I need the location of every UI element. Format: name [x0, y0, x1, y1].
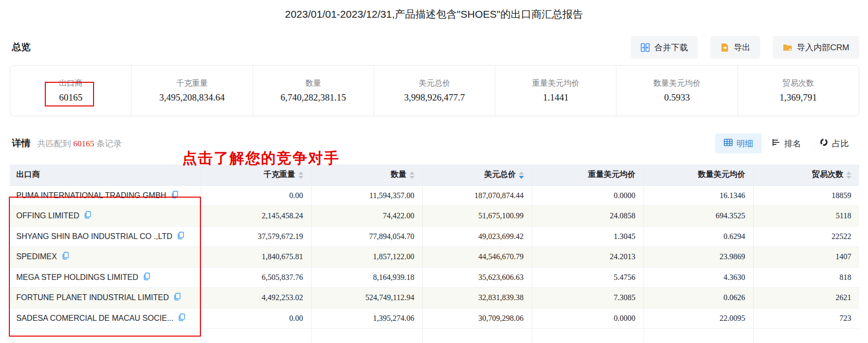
- table-row: FORTUNE PLANET INDUSTRIAL LIMITED 4,492,…: [10, 288, 859, 309]
- cell-quantity: 74,422.00: [311, 206, 422, 227]
- stat-label: 重量美元均价: [532, 78, 579, 89]
- copy-icon[interactable]: [178, 313, 185, 323]
- stat-label: 数量: [305, 78, 321, 89]
- cell-quantity: 1,395,274.06: [311, 308, 422, 329]
- exporter-name-link[interactable]: SADESA COMERCIAL DE MACAU SOCIE...: [16, 314, 173, 322]
- cell-kg-weight: 37,579,672.19: [201, 226, 311, 247]
- table-row-partial: [10, 329, 859, 343]
- details-bar: 详情 共匹配到 60165 条记录 明细: [12, 132, 857, 155]
- merge-download-button[interactable]: 合并下载: [631, 36, 698, 59]
- col-header-usd-total[interactable]: 美元总价: [422, 165, 532, 185]
- overview-bar: 总览 合并下载: [12, 35, 859, 59]
- stat-value: 3,998,926,477.7: [404, 92, 465, 103]
- stat-value: 1.1441: [543, 92, 569, 103]
- copy-icon[interactable]: [143, 273, 150, 282]
- tab-ranking-view[interactable]: 排名: [764, 134, 809, 153]
- col-label: 千克重量: [264, 170, 295, 178]
- col-header-trade-count[interactable]: 贸易次数: [753, 165, 859, 185]
- tab-detail-view[interactable]: 明细: [715, 134, 762, 153]
- table-grid-icon: [724, 138, 733, 149]
- cell-kg-weight: 0.00: [201, 308, 311, 329]
- stat-value: 1,369,791: [779, 92, 817, 103]
- copy-icon[interactable]: [84, 211, 91, 221]
- stat-label: 美元总价: [418, 78, 450, 89]
- page-title: 2023/01/01-2023/12/31,产品描述包含"SHOES"的出口商汇…: [0, 0, 868, 22]
- stat-kg-weight: 千克重量 3,495,208,834.64: [131, 66, 252, 116]
- details-heading: 详情: [12, 137, 31, 150]
- table-row: OFFING LIMITED 2,145,458.24 74,422.00 51…: [10, 206, 859, 227]
- tab-share-view[interactable]: 占比: [811, 134, 857, 153]
- stat-usd-total: 美元总价 3,998,926,477.7: [374, 66, 495, 116]
- exporter-name-link[interactable]: FORTUNE PLANET INDUSTRIAL LIMITED: [16, 293, 169, 302]
- cell-trade-count: 18859: [753, 185, 859, 206]
- stat-value: 0.5933: [664, 92, 690, 103]
- col-header-kg-weight[interactable]: 千克重量: [201, 165, 311, 185]
- export-icon: [720, 43, 729, 52]
- copy-icon[interactable]: [177, 232, 184, 241]
- copy-icon[interactable]: [173, 293, 181, 303]
- stat-value: 6,740,282,381.15: [281, 92, 346, 103]
- cell-quantity: 8,164,939.18: [311, 267, 422, 288]
- stat-exporters: 出口商 60165: [10, 66, 131, 116]
- stat-quantity: 数量 6,740,282,381.15: [253, 66, 374, 116]
- table-row: MEGA STEP HOLDINGS LIMITED 6,505,837.76 …: [10, 267, 859, 288]
- cell-trade-count: 818: [753, 267, 859, 288]
- cell-trade-count: 2621: [753, 288, 859, 309]
- merge-download-icon: [641, 43, 650, 52]
- sort-control[interactable]: [410, 172, 415, 179]
- match-count: 60165: [73, 139, 95, 148]
- tab-ranking-label: 排名: [784, 138, 801, 149]
- sort-control[interactable]: [846, 172, 851, 179]
- cell-usd-total: 44,546,670.79: [422, 247, 532, 268]
- cell-quantity: 11,594,357.00: [311, 185, 422, 206]
- pie-chart-icon: [820, 138, 828, 149]
- cell-usd-per-quantity: 0.0626: [643, 288, 753, 309]
- cell-kg-weight: 0.00: [201, 185, 311, 206]
- import-crm-button[interactable]: 导入内部CRM: [773, 36, 859, 59]
- col-header-usd-per-quantity: 数量美元均价: [643, 165, 753, 185]
- cell-kg-weight: 1,840,675.81: [201, 247, 311, 268]
- overview-heading: 总览: [12, 41, 31, 54]
- stat-value: 3,495,208,834.64: [159, 92, 225, 103]
- exporter-name-link[interactable]: SPEDIMEX: [16, 252, 57, 261]
- table-row: SHYANG SHIN BAO INDUSTRIAL CO .,LTD 37,5…: [10, 226, 859, 247]
- ranking-chart-icon: [772, 138, 780, 149]
- cell-usd-total: 30,709,298.06: [422, 308, 532, 329]
- import-crm-icon: [783, 43, 792, 52]
- stat-label: 贸易次数: [782, 78, 814, 89]
- col-header-quantity[interactable]: 数量: [311, 165, 422, 185]
- cell-usd-per-quantity: 23.9869: [643, 247, 753, 268]
- cell-usd-per-weight: 0.0000: [532, 185, 643, 206]
- stat-label: 数量美元均价: [653, 78, 701, 89]
- cell-kg-weight: 2,145,458.24: [201, 206, 311, 227]
- cell-usd-per-weight: 24.0858: [532, 206, 643, 227]
- copy-icon[interactable]: [62, 252, 69, 262]
- stat-label: 千克重量: [176, 78, 208, 89]
- stat-usd-per-weight: 重量美元均价 1.1441: [495, 66, 616, 116]
- cell-usd-total: 32,831,839.38: [422, 288, 532, 309]
- col-label: 重量美元均价: [588, 170, 636, 178]
- exporter-name-link[interactable]: MEGA STEP HOLDINGS LIMITED: [16, 273, 138, 281]
- cell-usd-per-weight: 5.4756: [532, 267, 643, 288]
- stat-usd-per-quantity: 数量美元均价 0.5933: [616, 66, 737, 116]
- col-label: 数量美元均价: [698, 170, 745, 178]
- sort-control[interactable]: [298, 172, 303, 179]
- exporter-name-link[interactable]: PUMA INTERNATIONAL TRADING GMBH: [16, 191, 166, 200]
- exporter-name-link[interactable]: SHYANG SHIN BAO INDUSTRIAL CO .,LTD: [16, 232, 172, 240]
- table-row: PUMA INTERNATIONAL TRADING GMBH 0.00 11,…: [10, 185, 859, 206]
- exporter-report-page: 2023/01/01-2023/12/31,产品描述包含"SHOES"的出口商汇…: [0, 0, 868, 343]
- cell-usd-per-quantity: 4.3630: [643, 267, 753, 288]
- match-suffix: 条记录: [96, 139, 122, 148]
- col-label: 贸易次数: [812, 170, 843, 178]
- exporter-name-link[interactable]: OFFING LIMITED: [16, 211, 79, 220]
- cell-usd-total: 49,023,699.42: [422, 226, 532, 247]
- export-button[interactable]: 导出: [710, 36, 760, 59]
- tab-detail-label: 明细: [737, 138, 753, 149]
- col-header-exporter: 出口商: [10, 165, 201, 185]
- cell-usd-per-weight: 24.2013: [532, 247, 643, 268]
- cell-usd-total: 35,623,606.63: [422, 267, 532, 288]
- sort-control-active-desc[interactable]: [519, 172, 524, 179]
- cell-trade-count: 22522: [753, 226, 859, 247]
- cell-trade-count: 1407: [753, 247, 859, 268]
- copy-icon[interactable]: [171, 191, 178, 201]
